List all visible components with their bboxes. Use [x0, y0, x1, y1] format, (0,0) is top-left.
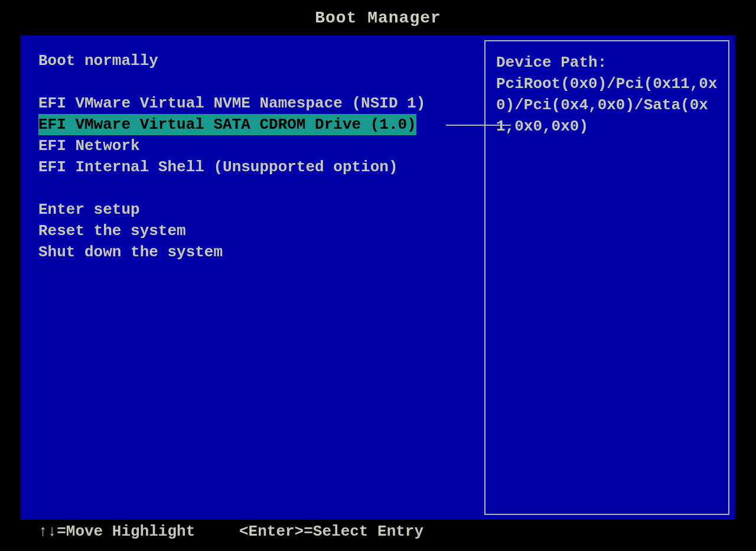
- hint-move: ↑↓=Move Highlight: [38, 523, 239, 540]
- boot-nvme-item[interactable]: EFI VMware Virtual NVME Namespace (NSID …: [38, 93, 475, 114]
- device-path-label: Device Path:: [496, 52, 718, 73]
- page-title: Boot Manager: [0, 0, 756, 35]
- hint-select: <Enter>=Select Entry: [239, 523, 423, 540]
- menu-spacer: [38, 178, 475, 199]
- menu-spacer: [38, 71, 475, 93]
- info-panel: Device Path: PciRoot(0x0)/Pci(0x11,0x0)/…: [484, 40, 729, 515]
- boot-shell-item[interactable]: EFI Internal Shell (Unsupported option): [38, 157, 475, 178]
- main-content: Boot normally EFI VMware Virtual NVME Na…: [21, 35, 735, 520]
- enter-setup-item[interactable]: Enter setup: [38, 199, 475, 220]
- boot-menu: Boot normally EFI VMware Virtual NVME Na…: [21, 35, 484, 520]
- footer-hints: ↑↓=Move Highlight <Enter>=Select Entry: [0, 517, 756, 546]
- shutdown-item[interactable]: Shut down the system: [38, 242, 475, 263]
- device-path-value: PciRoot(0x0)/Pci(0x11,0x0)/Pci(0x4,0x0)/…: [496, 73, 718, 137]
- connector-line: [446, 125, 511, 126]
- boot-network-item[interactable]: EFI Network: [38, 135, 475, 157]
- reset-system-item[interactable]: Reset the system: [38, 220, 475, 242]
- boot-normally-item[interactable]: Boot normally: [38, 50, 475, 71]
- boot-cdrom-item[interactable]: EFI VMware Virtual SATA CDROM Drive (1.0…: [38, 114, 416, 135]
